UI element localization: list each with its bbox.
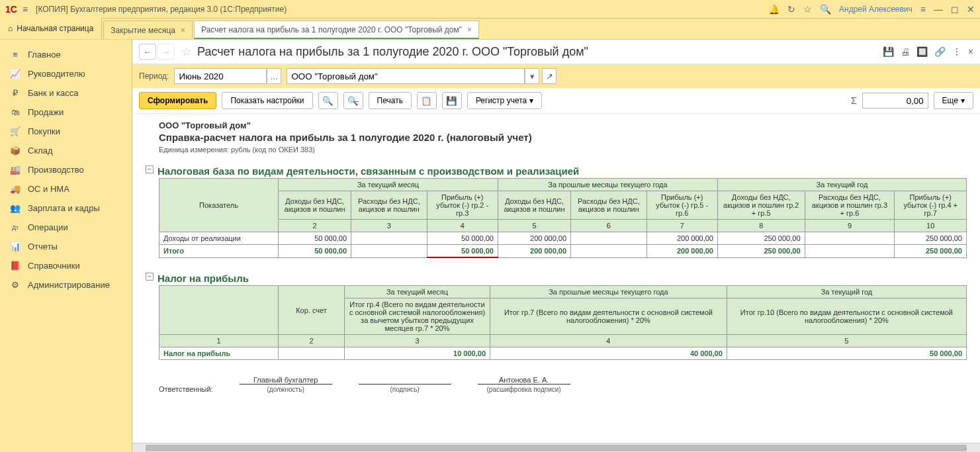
bell-icon[interactable]: 🔔 — [768, 4, 780, 15]
logo-1c: 1С — [5, 4, 17, 15]
col-num: 6 — [571, 220, 646, 232]
sum-field[interactable] — [862, 93, 928, 109]
sidebar-item-bank[interactable]: ₽Банк и касса — [0, 83, 132, 103]
org-field[interactable] — [287, 68, 525, 84]
sidebar-item-sales[interactable]: 🛍Продажи — [0, 103, 132, 122]
sidebar-item-reports[interactable]: 📊Отчеты — [0, 237, 132, 256]
cell: 10 000,00 — [345, 347, 490, 360]
favorite-icon[interactable]: ☆ — [181, 44, 192, 59]
table-tax-base: Показатель За текущий месяц За прошлые м… — [159, 178, 967, 258]
cell: 200 000,00 — [646, 245, 717, 258]
factory-icon: 🏭 — [9, 165, 21, 175]
print-icon[interactable]: 🖨 — [901, 46, 910, 57]
kebab-icon[interactable]: ⋮ — [952, 46, 961, 57]
table-row-total[interactable]: Налог на прибыль 10 000,00 40 000,00 50 … — [159, 347, 967, 360]
sidebar-item-warehouse[interactable]: 📦Склад — [0, 141, 132, 160]
minimize-icon[interactable]: — — [934, 4, 943, 15]
home-icon: ⌂ — [8, 24, 13, 33]
home-tab[interactable]: ⌂ Начальная страница — [0, 18, 102, 39]
cell: 40 000,00 — [490, 347, 727, 360]
page-title: Расчет налога на прибыль за 1 полугодие … — [197, 45, 883, 59]
cell: 50 000,00 — [427, 232, 498, 245]
org-dropdown-button[interactable]: ▾ — [525, 68, 539, 84]
truck-icon: 🚚 — [9, 184, 21, 194]
col-sub: Итог гр.10 (Всего по видам деятельности … — [727, 298, 966, 335]
col-sub: Итог гр.7 (Всего по видам деятельности с… — [490, 298, 727, 335]
sidebar-item-catalogs[interactable]: 📕Справочники — [0, 256, 132, 275]
titlebar-actions: 🔔 ↻ ☆ 🔍 Андрей Алексеевич ≡ — ◻ ✕ — [768, 4, 975, 15]
sidebar-item-label: Отчеты — [28, 242, 58, 251]
table-row[interactable]: Доходы от реализации 50 000,00 50 000,00… — [159, 232, 967, 245]
org-input-group: ▾ ↗ — [287, 68, 557, 84]
sidebar-item-production[interactable]: 🏭Производство — [0, 160, 132, 179]
table-row: Доходы без НДС, акцизов и пошлин Расходы… — [159, 191, 967, 220]
collapse-section1-button[interactable]: − — [146, 165, 154, 173]
tab-closing-month[interactable]: Закрытие месяца × — [103, 21, 193, 39]
col-group: За текущий год — [727, 286, 966, 298]
find-button[interactable]: 🔍 — [318, 92, 338, 109]
table-row: 2 3 4 5 6 7 8 9 10 — [159, 220, 967, 232]
star-icon[interactable]: ☆ — [803, 4, 812, 15]
col-sub: Расходы без НДС, акцизов и пошлин — [571, 191, 646, 220]
user-name[interactable]: Андрей Алексеевич — [839, 5, 913, 14]
sig-caption: (расшифровка подписи) — [478, 384, 570, 393]
register-button[interactable]: Регистр учета ▾ — [467, 92, 542, 109]
expand-button[interactable]: 🔍̶ — [343, 92, 363, 109]
cell — [571, 232, 646, 245]
link-icon[interactable]: 🔗 — [934, 46, 946, 57]
close-page-icon[interactable]: × — [968, 46, 973, 57]
tab-profit-tax-calc[interactable]: Расчет налога на прибыль за 1 полугодие … — [194, 21, 479, 39]
filter-icon[interactable]: ≡ — [920, 4, 926, 15]
gear-icon: ⚙ — [9, 280, 21, 290]
forward-button[interactable]: → — [157, 44, 175, 60]
maximize-icon[interactable]: ◻ — [951, 4, 959, 15]
report-area[interactable]: ООО "Торговый дом" Справка-расчет налога… — [132, 114, 980, 443]
col-group: За текущий год — [717, 179, 966, 191]
cart-icon: 🛒 — [9, 126, 21, 136]
people-icon: 👥 — [9, 203, 21, 213]
generate-button[interactable]: Сформировать — [139, 92, 216, 109]
tab-close-icon[interactable]: × — [181, 26, 185, 35]
preview-icon[interactable]: 🔲 — [916, 46, 928, 57]
sig-value: Главный бухгалтер — [240, 376, 332, 384]
show-settings-button[interactable]: Показать настройки — [222, 92, 312, 109]
collapse-section2-button[interactable]: − — [146, 273, 154, 281]
col-sub: Расходы без НДС, акцизов и пошлин — [351, 191, 427, 220]
print-button[interactable]: Печать — [369, 92, 412, 109]
history-icon[interactable]: ↻ — [787, 4, 795, 15]
sidebar-item-salary[interactable]: 👥Зарплата и кадры — [0, 199, 132, 218]
tab-close-icon[interactable]: × — [467, 25, 472, 34]
table-row-total[interactable]: Итого 50 000,00 50 000,00 200 000,00 200… — [159, 245, 967, 258]
sidebar-item-label: Операции — [28, 222, 68, 232]
cell — [571, 245, 646, 258]
sig-value: Антонова Е. А. — [478, 376, 570, 384]
scrollbar-thumb[interactable] — [146, 445, 967, 451]
save-icon[interactable]: 💾 — [883, 46, 894, 57]
more-button[interactable]: Еще ▾ — [934, 92, 973, 109]
sidebar-item-label: Главное — [28, 50, 61, 60]
col-num: 7 — [646, 220, 717, 232]
table-profit-tax: Кор. счет За текущий месяц За прошлые ме… — [159, 285, 967, 360]
sidebar-item-assets[interactable]: 🚚ОС и НМА — [0, 179, 132, 199]
tab-label: Расчет налога на прибыль за 1 полугодие … — [201, 25, 462, 34]
sidebar-item-manager[interactable]: 📈Руководителю — [0, 64, 132, 83]
col-group: За прошлые месяцы текущего года — [498, 179, 717, 191]
col-sub: Доходы без НДС, акцизов и пошлин — [279, 191, 351, 220]
sidebar-item-purchases[interactable]: 🛒Покупки — [0, 122, 132, 141]
horizontal-scrollbar[interactable] — [132, 443, 980, 452]
search-icon[interactable]: 🔍 — [820, 4, 831, 15]
org-open-button[interactable]: ↗ — [542, 68, 557, 84]
back-button[interactable]: ← — [139, 44, 156, 60]
col-empty — [159, 286, 279, 335]
menu-icon[interactable]: ≡ — [22, 4, 28, 15]
period-select-button[interactable]: ... — [267, 68, 281, 84]
sidebar-item-main[interactable]: ≡Главное — [0, 45, 132, 64]
sidebar-item-admin[interactable]: ⚙Администрирование — [0, 275, 132, 294]
sidebar-item-label: ОС и НМА — [28, 184, 69, 194]
export-button[interactable]: 📋 — [417, 92, 437, 109]
col-sub: Прибыль (+) убыток (-) гр.5 - гр.6 — [646, 191, 717, 220]
period-field[interactable] — [174, 68, 267, 84]
sidebar-item-operations[interactable]: ДтОперации — [0, 218, 132, 237]
save-file-button[interactable]: 💾 — [442, 92, 462, 109]
close-icon[interactable]: ✕ — [967, 4, 975, 15]
